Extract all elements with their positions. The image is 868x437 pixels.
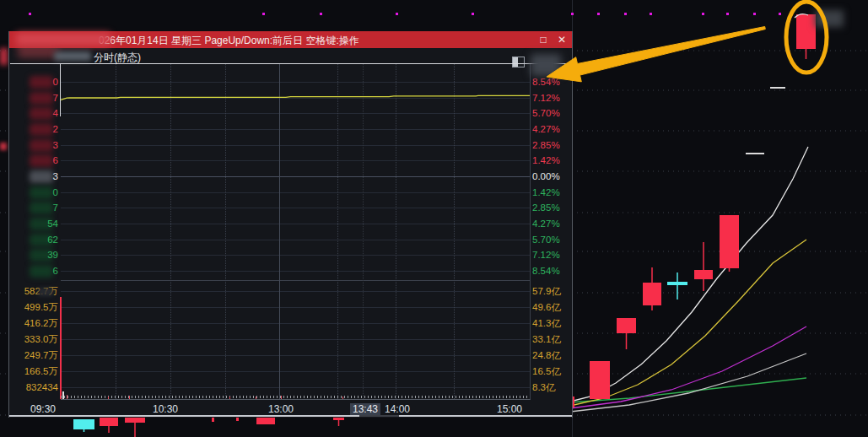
amount-label: 24.8亿 xyxy=(532,350,561,361)
trading-app-screen: { "app": { "window_title": "026年01月14日 星… xyxy=(0,0,868,437)
percent-label: 8.54% xyxy=(532,266,560,277)
micro-volume-tick xyxy=(256,397,256,399)
candlestick xyxy=(720,215,739,268)
redaction-blur-volume-label xyxy=(38,288,53,296)
magenta-dot xyxy=(597,13,600,15)
amount-label: 41.3亿 xyxy=(532,318,561,329)
price-line-layer xyxy=(61,64,530,399)
candlestick xyxy=(256,418,275,424)
time-label: 14:00 xyxy=(382,403,412,415)
volume-label: 832434 xyxy=(16,382,58,393)
percent-label: 7.12% xyxy=(532,250,560,261)
amount-label: 57.9亿 xyxy=(532,286,561,297)
time-label-highlighted: 13:43 xyxy=(350,403,380,415)
candlestick xyxy=(100,418,118,426)
micro-volume-tick xyxy=(108,397,109,399)
percent-label: 8.54% xyxy=(532,77,560,88)
percent-label: 4.27% xyxy=(532,124,560,135)
price-digit: 6 xyxy=(28,266,58,277)
magenta-dot xyxy=(320,13,322,15)
magenta-dot xyxy=(262,13,265,15)
amount-label: 8.3亿 xyxy=(532,382,556,393)
volume-baseline-ticks xyxy=(61,396,530,398)
amount-label: 49.6亿 xyxy=(532,302,561,313)
price-digit: 39 xyxy=(28,250,58,261)
time-label: 10:30 xyxy=(150,403,181,415)
magenta-dot xyxy=(779,13,781,15)
time-label: 13:00 xyxy=(266,403,296,415)
volume-label: 333.0万 xyxy=(16,334,58,345)
price-digit: 7 xyxy=(28,202,58,213)
magenta-dot xyxy=(571,13,574,15)
volume-label: 166.5万 xyxy=(16,366,58,377)
maximize-button[interactable]: □ xyxy=(536,33,551,46)
price-line xyxy=(61,95,530,100)
redaction-blur-under-title xyxy=(18,47,58,57)
candlestick xyxy=(694,270,713,279)
magenta-dot xyxy=(726,13,729,15)
dialog-bottom-border-gap xyxy=(359,415,399,417)
magenta-dot xyxy=(650,13,652,15)
percent-label: 4.27% xyxy=(532,218,560,229)
price-digit: 0 xyxy=(28,187,58,198)
volume-label: 499.5万 xyxy=(16,302,58,313)
micro-volume-tick xyxy=(281,396,282,399)
magenta-dot xyxy=(29,13,31,15)
micro-volume-tick xyxy=(129,396,130,399)
candlestick xyxy=(333,418,344,420)
magenta-dot xyxy=(702,13,704,15)
dialog-bottom-border xyxy=(9,415,572,417)
magenta-dot xyxy=(396,13,398,15)
time-label: 09:30 xyxy=(28,403,58,415)
redaction-blur-title xyxy=(16,33,111,46)
volume-label: 416.2万 xyxy=(16,318,58,329)
price-digit: 54 xyxy=(28,218,58,229)
candlestick xyxy=(73,419,94,429)
time-label: 15:00 xyxy=(494,403,525,415)
candlestick xyxy=(236,418,239,421)
magenta-dot xyxy=(753,13,756,15)
percent-label: 2.85% xyxy=(532,140,560,151)
micro-volume-tick xyxy=(342,397,343,399)
percent-label: 1.42% xyxy=(532,187,560,198)
price-digit: 3 xyxy=(28,140,58,151)
price-digit: 0 xyxy=(28,77,58,88)
candlestick xyxy=(667,282,687,285)
price-digit: 7 xyxy=(28,93,58,104)
micro-volume-tick xyxy=(67,395,67,399)
redaction-blur-stock-code xyxy=(54,51,91,61)
price-digit: 6 xyxy=(28,155,58,166)
candlestick xyxy=(617,318,636,333)
volume-label: 249.7万 xyxy=(16,350,58,361)
opening-volume-bar xyxy=(60,297,62,399)
percent-label: 7.12% xyxy=(532,93,560,104)
percent-label: 5.70% xyxy=(532,235,560,245)
micro-volume-tick xyxy=(229,397,230,399)
candlestick xyxy=(590,361,610,399)
price-digit: 4 xyxy=(28,108,58,119)
percent-label: 0.00% xyxy=(532,171,560,182)
minute-chart-dialog: 026年01月14日 星期三 PageUp/Down:前后日 空格键:操作 □ … xyxy=(8,31,573,418)
percent-label: 1.42% xyxy=(532,155,560,166)
magenta-dot xyxy=(472,13,474,15)
redaction-blur-corner xyxy=(531,54,561,76)
dialog-titlebar[interactable]: 026年01月14日 星期三 PageUp/Down:前后日 空格键:操作 □ … xyxy=(9,31,572,48)
dialog-title: 026年01月14日 星期三 PageUp/Down:前后日 空格键:操作 xyxy=(99,34,359,48)
price-digit: 2 xyxy=(28,124,58,135)
close-button[interactable]: ✕ xyxy=(554,33,569,46)
candlestick xyxy=(125,418,145,423)
amount-label: 16.5亿 xyxy=(532,366,561,377)
price-digit: 62 xyxy=(28,235,58,245)
price-digit: 3 xyxy=(28,171,58,182)
candlestick xyxy=(796,14,816,49)
candlestick xyxy=(643,283,661,305)
percent-label: 2.85% xyxy=(532,202,560,213)
amount-label: 33.1亿 xyxy=(532,334,561,345)
candlestick xyxy=(212,418,214,422)
magenta-dot xyxy=(624,13,627,15)
percent-label: 5.70% xyxy=(532,108,560,119)
